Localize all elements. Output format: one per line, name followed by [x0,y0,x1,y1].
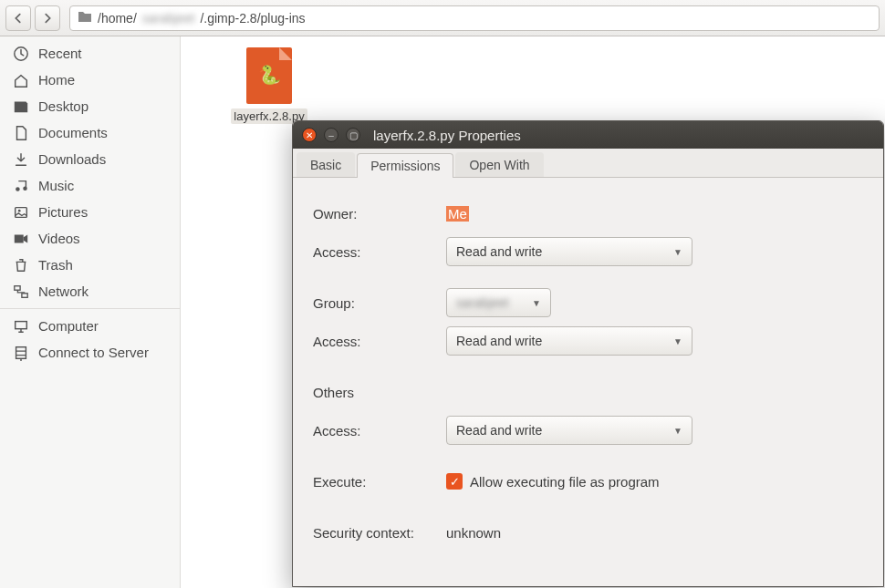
chevron-down-icon: ▼ [532,298,541,308]
dialog-title: layerfx.2.8.py Properties [373,128,521,143]
forward-button[interactable] [35,5,60,31]
sidebar-item-pictures[interactable]: Pictures [0,199,180,225]
sidebar-item-desktop[interactable]: Desktop [0,93,180,119]
group-combo[interactable]: sarabjeet ▼ [446,288,551,317]
security-context-value: unknown [446,525,501,541]
execute-text: Allow executing file as program [470,474,660,490]
path-user-blur: sarabjeet [142,11,195,26]
properties-dialog: ✕ – ▢ layerfx.2.8.py Properties Basic Pe… [292,120,884,587]
dialog-titlebar[interactable]: ✕ – ▢ layerfx.2.8.py Properties [293,121,883,149]
chevron-down-icon: ▼ [673,426,682,436]
sidebar-item-downloads[interactable]: Downloads [0,146,180,172]
group-label: Group: [313,295,446,311]
sidebar-item-videos[interactable]: Videos [0,225,180,252]
group-access-combo[interactable]: Read and write ▼ [446,326,692,356]
tab-open-with[interactable]: Open With [455,152,543,177]
toolbar: /home/sarabjeet/.gimp-2.8/plug-ins [0,0,885,36]
security-context-label: Security context: [313,525,446,541]
path-bar[interactable]: /home/sarabjeet/.gimp-2.8/plug-ins [69,5,880,31]
others-label: Others [313,385,446,400]
execute-checkbox[interactable]: ✓ [446,473,463,490]
sidebar: RecentHomeDesktopDocumentsDownloadsMusic… [0,36,181,588]
videos-icon [13,231,29,247]
sidebar-item-label: Videos [38,231,80,246]
group-access-label: Access: [313,334,446,349]
trash-icon [13,257,29,273]
svg-rect-5 [15,234,24,242]
svg-rect-9 [16,346,26,358]
server-icon [13,345,29,361]
others-access-combo[interactable]: Read and write ▼ [446,416,692,445]
home-icon [13,72,29,88]
python-file-icon [246,47,292,104]
sidebar-item-home[interactable]: Home [0,67,180,93]
sidebar-item-label: Music [38,178,74,193]
svg-point-4 [18,209,21,211]
sidebar-item-connect-to-server[interactable]: Connect to Server [0,339,180,366]
svg-rect-7 [22,293,27,297]
owner-label: Owner: [313,206,446,222]
sidebar-item-documents[interactable]: Documents [0,119,180,146]
owner-access-combo[interactable]: Read and write ▼ [446,237,692,266]
dialog-tabs: Basic Permissions Open With [293,149,883,178]
sidebar-item-label: Documents [38,125,108,140]
sidebar-item-trash[interactable]: Trash [0,252,180,278]
owner-access-label: Access: [313,244,446,260]
svg-rect-3 [16,207,27,217]
computer-icon [13,318,29,335]
music-icon [13,178,29,194]
execute-label: Execute: [313,474,446,490]
sidebar-item-label: Computer [38,318,99,334]
pictures-icon [13,204,29,221]
sidebar-item-label: Recent [38,46,82,61]
sidebar-item-label: Connect to Server [38,345,149,360]
maximize-icon[interactable]: ▢ [346,128,360,142]
path-prefix: /home/ [98,11,137,26]
desktop-icon [13,98,29,115]
recent-icon [13,46,29,62]
documents-icon [13,125,29,141]
sidebar-item-label: Desktop [38,98,88,114]
sidebar-item-music[interactable]: Music [0,172,180,199]
back-button[interactable] [5,5,31,31]
close-icon[interactable]: ✕ [302,128,317,142]
svg-rect-6 [15,285,20,290]
network-icon [13,284,29,300]
minimize-icon[interactable]: – [324,128,338,142]
svg-rect-8 [16,321,27,328]
chevron-down-icon: ▼ [673,247,682,257]
sidebar-item-network[interactable]: Network [0,278,180,304]
others-access-label: Access: [313,423,446,438]
owner-value: Me [446,206,469,222]
sidebar-separator [0,308,180,309]
sidebar-item-label: Home [38,72,75,88]
folder-icon [78,10,92,26]
sidebar-item-label: Downloads [38,151,106,167]
sidebar-item-recent[interactable]: Recent [0,40,180,67]
downloads-icon [13,151,29,168]
chevron-down-icon: ▼ [673,336,682,346]
permissions-form: Owner: Me Access: Read and write ▼ Group… [293,178,883,572]
tab-permissions[interactable]: Permissions [357,153,453,178]
svg-point-2 [23,186,27,191]
file-item[interactable]: layerfx.2.8.py [219,47,319,124]
sidebar-item-computer[interactable]: Computer [0,313,180,339]
sidebar-item-label: Network [38,284,88,299]
sidebar-item-label: Trash [38,257,73,273]
path-suffix: /.gimp-2.8/plug-ins [200,11,305,26]
svg-point-1 [16,187,20,191]
tab-basic[interactable]: Basic [297,152,355,177]
sidebar-item-label: Pictures [38,204,88,220]
